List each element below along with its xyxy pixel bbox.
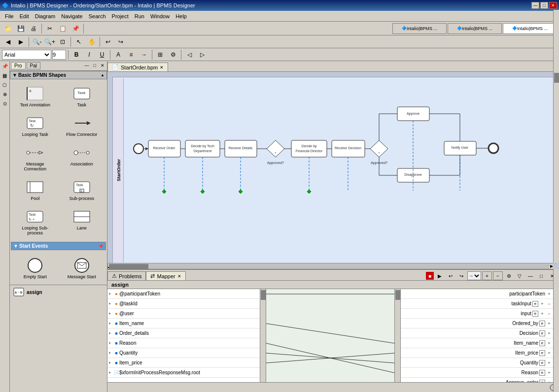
assign-palette-item[interactable]: a→b assign bbox=[10, 285, 107, 299]
right-minus-1[interactable]: − bbox=[546, 301, 552, 307]
palette-looping-subprocess[interactable]: Task ↻ + Looping Sub-process bbox=[13, 205, 58, 238]
decide-tech-task[interactable] bbox=[185, 140, 220, 157]
menu-diagram[interactable]: Diagram bbox=[32, 12, 59, 20]
bottom-settings-btn[interactable]: ⚙ bbox=[504, 271, 514, 280]
zoom-fit-button[interactable]: ⊡ bbox=[57, 36, 69, 47]
palette-subprocess[interactable]: Task + Sub-process bbox=[60, 176, 105, 203]
font-family-select[interactable]: Arial bbox=[2, 50, 51, 60]
vscroll-thumb[interactable] bbox=[554, 73, 559, 83]
menu-project[interactable]: Project bbox=[109, 12, 132, 20]
gateway1[interactable] bbox=[267, 140, 284, 157]
bottom-undo-btn[interactable]: ↩ bbox=[446, 271, 455, 280]
bottom-max-btn[interactable]: □ bbox=[536, 271, 546, 280]
bottom-add-btn[interactable]: + bbox=[482, 271, 492, 280]
palette-message-connection[interactable]: Message Connection bbox=[13, 141, 58, 174]
startorder-tab[interactable]: 📄 StartOrder.bpm ✕ bbox=[107, 63, 168, 71]
right-plus-8[interactable]: + bbox=[546, 370, 552, 376]
menu-edit[interactable]: Edit bbox=[17, 12, 32, 20]
expand-3[interactable]: + bbox=[108, 321, 113, 326]
bold-button[interactable]: B bbox=[70, 49, 82, 60]
zoom-in-button[interactable]: 🔍+ bbox=[44, 36, 56, 47]
menu-navigate[interactable]: Navigate bbox=[58, 12, 85, 20]
bottom-stop-btn[interactable]: ■ bbox=[426, 272, 434, 280]
palette-maximize[interactable]: □ bbox=[91, 62, 98, 69]
right-plus-5[interactable]: + bbox=[546, 340, 552, 346]
palette-association[interactable]: Association bbox=[60, 141, 105, 174]
underline-button[interactable]: U bbox=[96, 49, 108, 60]
hscroll-thumb[interactable] bbox=[109, 264, 148, 269]
expand-4[interactable]: + bbox=[108, 331, 113, 336]
menu-window[interactable]: Window bbox=[147, 12, 173, 20]
right-plus-3[interactable]: + bbox=[546, 321, 552, 327]
expand-6[interactable]: + bbox=[108, 351, 113, 356]
palette-looping-task[interactable]: Task ↻ Looping Task bbox=[13, 112, 58, 139]
menu-file[interactable]: File bbox=[2, 12, 17, 20]
menu-run[interactable]: Run bbox=[132, 12, 147, 20]
palette-minimize[interactable]: — bbox=[83, 62, 90, 69]
palette-flow-connector[interactable]: Flow Connector bbox=[60, 112, 105, 139]
font-color-button[interactable]: A bbox=[112, 49, 124, 60]
connector-button[interactable]: → bbox=[138, 49, 150, 60]
minimize-button[interactable]: — bbox=[531, 2, 539, 9]
back-button[interactable]: ◀ bbox=[2, 36, 14, 47]
hscroll-btn-right[interactable]: ▶ bbox=[550, 264, 553, 268]
window-tab3[interactable]: 🔷 Intalio|BPMS ... bbox=[503, 23, 557, 34]
right-left-scroll-thumb[interactable] bbox=[395, 290, 400, 300]
sidebar-icon-3[interactable]: ⬡ bbox=[1, 81, 9, 89]
grid-button[interactable]: ⊞ bbox=[154, 49, 166, 60]
copy-button[interactable]: 📋 bbox=[57, 23, 69, 34]
right-plus-4[interactable]: + bbox=[546, 330, 552, 336]
redo-button[interactable]: ↪ bbox=[115, 36, 127, 47]
prev-button[interactable]: ◁ bbox=[183, 49, 195, 60]
bpmn-shapes-section[interactable]: ▼ Basic BPMN Shapes ▲ bbox=[10, 71, 107, 79]
palette-scroll-up[interactable]: ▲ bbox=[101, 73, 105, 77]
mapper-close-icon[interactable]: ✕ bbox=[177, 274, 181, 279]
zoom-out-button[interactable]: 🔍- bbox=[31, 36, 43, 47]
bottom-play-btn[interactable]: ▶ bbox=[435, 271, 445, 280]
palette-message-start[interactable]: Message Start bbox=[60, 254, 105, 282]
palette-empty-start[interactable]: Empty Start bbox=[13, 254, 58, 282]
palette-pool[interactable]: Pool bbox=[13, 176, 58, 203]
left-scrollbar[interactable] bbox=[260, 289, 266, 382]
canvas-hscrollbar[interactable]: ◀ ▶ bbox=[107, 263, 553, 269]
select-button[interactable]: ↖ bbox=[73, 36, 85, 47]
new-button[interactable]: 📁 bbox=[2, 23, 14, 34]
right-plus-0[interactable]: + bbox=[546, 291, 552, 297]
canvas[interactable]: ◀ ▶ StartOrder Receive Order bbox=[107, 72, 559, 269]
decide-financial-task[interactable] bbox=[291, 140, 327, 157]
right-plus-1[interactable]: + bbox=[539, 301, 545, 307]
window-tab2[interactable]: 🔷 Intalio|BPMS ... bbox=[448, 23, 502, 34]
start-events-section[interactable]: ▼ Start Events 📌 bbox=[11, 242, 106, 250]
print-button[interactable]: 🖨 bbox=[28, 23, 39, 34]
tab-close-icon[interactable]: ✕ bbox=[160, 65, 164, 70]
start-event[interactable] bbox=[134, 144, 143, 154]
expand-7[interactable]: + bbox=[108, 360, 113, 365]
expand-2[interactable]: + bbox=[108, 311, 113, 316]
expand-0[interactable]: + bbox=[108, 292, 113, 296]
right-plus-2[interactable]: + bbox=[539, 311, 545, 317]
next-button[interactable]: ▷ bbox=[196, 49, 208, 60]
sidebar-icon-5[interactable]: ⊙ bbox=[1, 99, 9, 107]
align-left-button[interactable]: ≡ bbox=[125, 49, 137, 60]
palette-tab-pal[interactable]: Pal bbox=[27, 62, 40, 69]
mapper-tab[interactable]: ⇄ Mapper ✕ bbox=[146, 271, 185, 280]
right-plus-9[interactable]: + bbox=[546, 380, 552, 383]
bottom-min-btn[interactable]: — bbox=[525, 271, 535, 280]
font-size-input[interactable] bbox=[52, 50, 66, 60]
menu-search[interactable]: Search bbox=[86, 12, 109, 20]
bottom-remove-btn[interactable]: − bbox=[493, 271, 503, 280]
settings-button[interactable]: ⚙ bbox=[167, 49, 179, 60]
canvas-vscrollbar[interactable] bbox=[553, 72, 559, 263]
menu-help[interactable]: Help bbox=[173, 12, 190, 20]
window-tab1[interactable]: 🔷 Intalio|BPMS ... bbox=[392, 23, 447, 34]
left-scroll-thumb[interactable] bbox=[261, 290, 266, 300]
palette-task[interactable]: Task Task bbox=[60, 82, 105, 110]
bottom-redo-btn[interactable]: ↪ bbox=[456, 271, 466, 280]
hand-button[interactable]: ✋ bbox=[86, 36, 98, 47]
expand-5[interactable]: + bbox=[108, 341, 113, 346]
expand-1[interactable]: + bbox=[108, 301, 113, 306]
palette-close[interactable]: ✕ bbox=[99, 62, 106, 69]
forward-button[interactable]: ▶ bbox=[15, 36, 27, 47]
sidebar-icon-1[interactable]: 📌 bbox=[1, 62, 9, 70]
cut-button[interactable]: ✂ bbox=[44, 23, 56, 34]
